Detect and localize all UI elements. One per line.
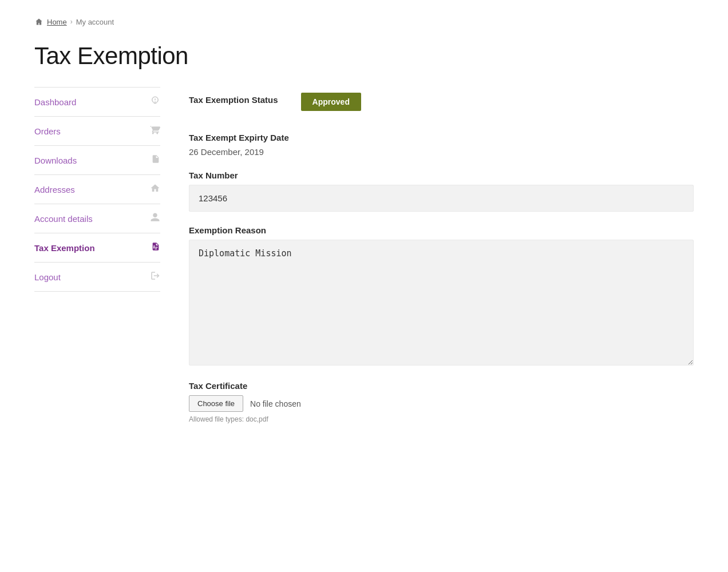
status-row: Tax Exemption Status Approved: [189, 93, 694, 117]
sidebar-item-label-account-details: Account details: [34, 214, 93, 224]
status-label: Tax Exemption Status: [189, 95, 278, 105]
exemption-reason-label: Exemption Reason: [189, 225, 694, 235]
status-badge: Approved: [301, 93, 361, 111]
sidebar: Dashboard Orders Downloads: [34, 87, 160, 292]
breadcrumb: Home › My account: [34, 17, 694, 26]
sidebar-item-dashboard[interactable]: Dashboard: [34, 87, 160, 117]
sidebar-item-downloads[interactable]: Downloads: [34, 146, 160, 175]
file-upload-area: Choose file No file chosen: [189, 395, 694, 412]
downloads-icon: [151, 154, 160, 166]
orders-icon: [150, 125, 160, 137]
breadcrumb-separator: ›: [70, 18, 73, 26]
sidebar-item-label-tax-exemption: Tax Exemption: [34, 243, 95, 253]
no-file-text: No file chosen: [250, 399, 301, 408]
choose-file-button[interactable]: Choose file: [189, 395, 243, 412]
exemption-reason-textarea[interactable]: Diplomatic Mission: [189, 240, 694, 366]
page-title: Tax Exemption: [34, 42, 694, 70]
sidebar-item-addresses[interactable]: Addresses: [34, 175, 160, 204]
addresses-icon: [150, 183, 160, 196]
sidebar-item-label-orders: Orders: [34, 126, 61, 136]
breadcrumb-current: My account: [76, 18, 114, 26]
tax-number-group: Tax Number: [189, 170, 694, 212]
sidebar-item-logout[interactable]: Logout: [34, 263, 160, 292]
allowed-types-text: Allowed file types: doc,pdf: [189, 415, 694, 423]
sidebar-item-tax-exemption[interactable]: Tax Exemption: [34, 233, 160, 263]
tax-number-input[interactable]: [189, 185, 694, 212]
tax-certificate-label: Tax Certificate: [189, 381, 694, 391]
dashboard-icon: [150, 96, 160, 108]
sidebar-item-account-details[interactable]: Account details: [34, 204, 160, 233]
sidebar-item-label-addresses: Addresses: [34, 185, 75, 194]
logout-icon: [150, 271, 160, 283]
expiry-label: Tax Exempt Expirty Date: [189, 133, 694, 142]
account-details-icon: [150, 212, 160, 225]
expiry-value: 26 December, 2019: [189, 147, 694, 157]
exemption-reason-group: Exemption Reason Diplomatic Mission: [189, 225, 694, 367]
sidebar-item-label-logout: Logout: [34, 272, 61, 282]
tax-exemption-icon: [151, 241, 160, 254]
sidebar-item-label-dashboard: Dashboard: [34, 97, 76, 107]
tax-certificate-group: Tax Certificate Choose file No file chos…: [189, 381, 694, 423]
expiry-date-group: Tax Exempt Expirty Date 26 December, 201…: [189, 133, 694, 157]
breadcrumb-home-link[interactable]: Home: [47, 18, 67, 26]
main-content: Tax Exemption Status Approved Tax Exempt…: [189, 87, 694, 437]
home-icon: [34, 17, 43, 26]
sidebar-item-label-downloads: Downloads: [34, 156, 77, 165]
tax-number-label: Tax Number: [189, 170, 694, 180]
sidebar-item-orders[interactable]: Orders: [34, 117, 160, 146]
